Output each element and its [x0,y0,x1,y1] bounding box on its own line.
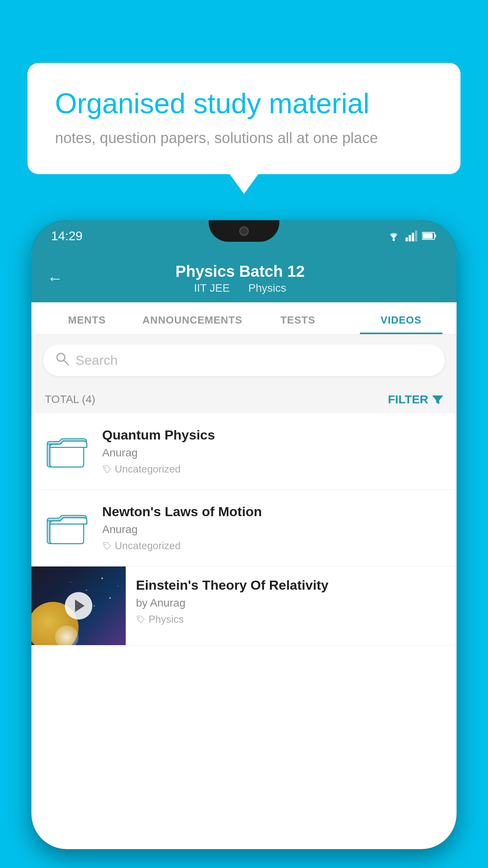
svg-rect-2 [409,235,411,241]
folder-icon [45,432,88,471]
front-camera [239,226,249,236]
svg-point-20 [70,582,71,583]
tab-ments[interactable]: MENTS [35,302,139,334]
video-title: Quantum Physics [102,427,445,443]
list-item[interactable]: Einstein's Theory Of Relativity by Anura… [31,566,457,645]
svg-point-13 [105,467,106,469]
svg-marker-10 [432,395,443,404]
svg-point-23 [138,617,140,619]
header-title-group: Physics Batch 12 IIT JEE Physics [75,263,405,294]
tag-label: Uncategorized [115,540,181,552]
tab-videos[interactable]: VIDEOS [349,302,453,334]
tag-icon [136,615,145,624]
video-author: Anurag [102,523,445,536]
phone-content: ← Physics Batch 12 IIT JEE Physics MENTS [31,252,457,849]
svg-point-18 [86,590,87,591]
video-tag: Uncategorized [102,463,445,475]
signal-icon [405,230,417,241]
tab-tests[interactable]: TESTS [246,302,350,334]
filter-button[interactable]: FILTER [388,393,443,406]
header-tags: IIT JEE Physics [75,282,405,294]
svg-rect-6 [435,234,436,237]
svg-point-22 [117,586,118,587]
video-thumbnail-image [31,566,126,645]
video-tag: Uncategorized [102,540,445,552]
search-container: Search [31,335,457,386]
header-title: Physics Batch 12 [75,263,405,280]
back-button[interactable]: ← [47,270,63,287]
video-author: by Anurag [136,597,446,609]
bubble-title: Organised study material [55,86,433,120]
svg-rect-4 [415,230,417,241]
phone-frame: 14:29 [31,220,457,849]
header-tag-iitjee: IIT JEE [194,282,230,294]
svg-rect-1 [405,237,408,241]
status-time: 14:29 [51,229,83,243]
tab-announcements[interactable]: ANNOUNCEMENTS [139,302,246,334]
app-header: ← Physics Batch 12 IIT JEE Physics [31,252,457,302]
svg-point-0 [393,239,395,241]
svg-rect-3 [412,233,414,241]
tag-icon [102,465,112,474]
battery-icon [422,232,437,240]
svg-rect-7 [423,233,433,239]
search-icon [55,351,69,369]
speech-bubble-container: Organised study material notes, question… [28,63,460,174]
list-item[interactable]: Quantum Physics Anurag Uncategorized [31,413,457,490]
svg-point-19 [109,597,111,599]
speech-bubble: Organised study material notes, question… [28,63,460,174]
search-placeholder: Search [75,353,118,368]
video-thumbnail-folder2 [43,504,90,552]
tag-icon [102,541,112,551]
folder-icon [45,508,88,548]
svg-point-21 [94,605,95,607]
svg-line-9 [64,360,68,365]
video-tag: Physics [136,613,446,625]
wifi-icon [387,230,401,241]
filter-label: FILTER [388,393,428,406]
header-tag-physics: Physics [248,282,286,294]
video-info: Newton's Laws of Motion Anurag Uncategor… [102,504,445,552]
video-info: Quantum Physics Anurag Uncategorized [102,427,445,475]
total-count-label: TOTAL (4) [45,393,95,406]
filter-bar: TOTAL (4) FILTER [31,386,457,413]
phone-wrapper: 14:29 [31,220,457,868]
svg-point-16 [105,544,106,545]
videos-list: Quantum Physics Anurag Uncategorized [31,413,457,645]
video-title: Newton's Laws of Motion [102,504,445,519]
einstein-info: Einstein's Theory Of Relativity by Anura… [126,566,457,636]
list-item[interactable]: Newton's Laws of Motion Anurag Uncategor… [31,490,457,566]
search-bar[interactable]: Search [43,344,445,376]
filter-icon [432,394,443,405]
video-title: Einstein's Theory Of Relativity [136,577,446,593]
tabs-bar: MENTS ANNOUNCEMENTS TESTS VIDEOS [31,302,457,335]
video-author: Anurag [102,447,445,459]
bubble-subtitle: notes, question papers, solutions all at… [55,130,433,147]
svg-point-17 [101,577,103,579]
status-icons [387,230,437,241]
video-thumbnail-folder [43,428,90,475]
tag-label: Uncategorized [115,463,181,475]
phone-notch [209,220,279,242]
play-button[interactable] [65,592,92,620]
tag-label: Physics [149,613,184,625]
